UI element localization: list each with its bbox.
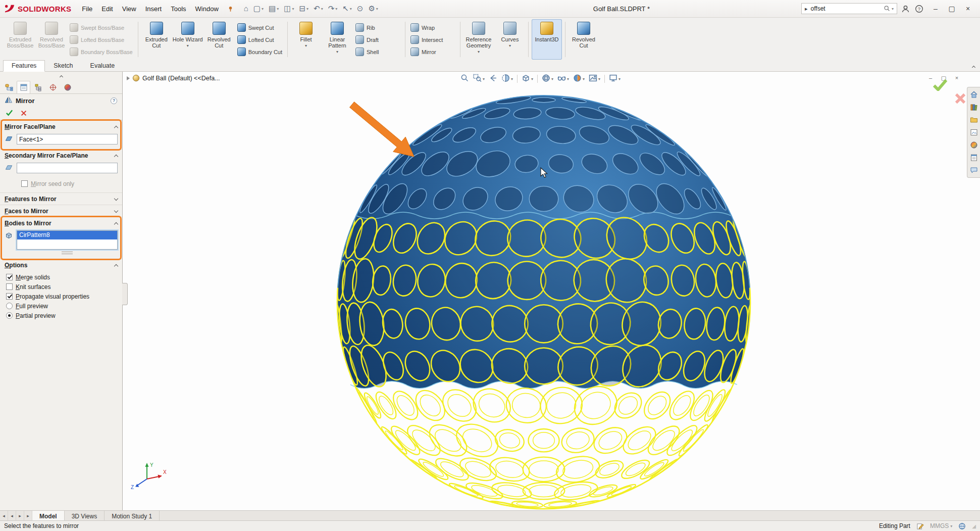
radio-partial-preview[interactable]: Partial preview [0,311,122,320]
ribbon-button-wrap[interactable]: Wrap [408,22,457,33]
dropdown-arrow-icon[interactable]: ▾ [376,7,378,11]
dropdown-arrow-icon[interactable]: ▾ [583,77,585,81]
ribbon-button-revolved-cut[interactable]: Revolved Cut [569,19,599,60]
hide-show-items-button[interactable]: ▾ [556,73,571,85]
menu-window[interactable]: Window [191,3,223,15]
radio-button-icon[interactable] [6,312,13,319]
tab-features[interactable]: Features [3,60,45,72]
select-button[interactable]: ↖▾ [340,4,354,14]
checkbox-icon[interactable] [6,283,13,290]
edit-sheet-button[interactable] [916,522,924,530]
print-button[interactable]: ⊟▾ [297,4,311,14]
list-item-cirpattern8[interactable]: CirPattern8 [17,231,117,239]
custom-properties-button[interactable] [969,153,979,163]
view-orientation-button[interactable]: ▾ [520,73,535,85]
tab-evaluate[interactable]: Evaluate [82,60,124,72]
ribbon-button-shell[interactable]: Shell [353,46,402,58]
help-button[interactable]: ? [914,4,924,14]
apply-scene-button[interactable]: ▾ [587,73,602,85]
dropdown-arrow-icon[interactable]: ▾ [321,7,323,11]
search-box[interactable]: ▸ offset ▾ [801,3,897,14]
section-header-bodies-to-mirror[interactable]: Bodies to Mirror [0,217,122,229]
dropdown-arrow-icon[interactable]: ▾ [483,77,485,81]
ribbon-button-rib[interactable]: Rib [353,22,402,33]
search-icon[interactable]: ▾ [884,5,894,12]
status-globe-button[interactable] [958,522,966,530]
pin-menu-button[interactable] [227,6,234,12]
tab-scroll-first-button[interactable]: ◂ [0,511,8,520]
menu-insert[interactable]: Insert [141,3,167,15]
display-style-button[interactable]: ▾ [540,73,555,85]
dropdown-arrow-icon[interactable]: ▾ [551,77,553,81]
design-library-button[interactable] [969,102,979,112]
checkbox-knit-surfaces[interactable]: Knit surfaces [0,282,122,292]
search-dropdown-icon[interactable]: ▾ [892,7,894,11]
dropdown-arrow-icon[interactable]: ▾ [336,50,338,54]
dropdown-arrow-icon[interactable]: ▾ [531,77,533,81]
edit-appearance-button[interactable]: ▾ [572,73,586,85]
mirror-face-input[interactable] [17,134,118,144]
ribbon-button-mirror[interactable]: Mirror [408,46,457,58]
ok-button[interactable] [6,109,13,118]
ribbon-button-intersect[interactable]: Intersect [408,34,457,45]
menu-file[interactable]: File [77,3,97,15]
section-header-secondary-mirror-face-plane[interactable]: Secondary Mirror Face/Plane [0,150,122,161]
appearances-scenes-button[interactable] [969,140,979,150]
redo-button[interactable]: ↷▾ [326,4,340,14]
dropdown-arrow-icon[interactable]: ▾ [335,7,337,11]
dropdown-arrow-icon[interactable]: ▾ [292,7,294,11]
menu-view[interactable]: View [118,3,141,15]
radio-button-icon[interactable] [6,303,13,309]
panel-flyout-handle[interactable] [122,283,128,305]
search-scope-icon[interactable]: ▸ [805,6,808,12]
ribbon-button-draft[interactable]: Draft [353,34,402,45]
dropdown-arrow-icon[interactable]: ▾ [509,44,511,48]
ribbon-button-hole-wizard[interactable]: Hole Wizard▾ [173,19,203,60]
checkbox-icon[interactable] [6,293,13,300]
home-button[interactable]: ⌂ [242,4,250,14]
ribbon-button-curves[interactable]: Curves▾ [495,19,525,60]
close-button[interactable]: × [960,3,976,15]
listbox-resize-handle[interactable] [62,252,73,254]
checkbox-icon[interactable] [6,274,13,280]
dropdown-arrow-icon[interactable]: ▾ [187,44,189,48]
menu-tools[interactable]: Tools [166,3,190,15]
graphics-area[interactable]: Golf Ball (Default) <<Defa... ▾▾▾▾▾▾▾▾ –… [123,72,980,510]
property-manager-tab[interactable] [17,81,30,93]
section-header-options[interactable]: Options [0,259,122,271]
search-input[interactable]: offset [811,5,881,12]
dropdown-arrow-icon[interactable]: ▾ [305,44,307,48]
ribbon-button-reference-geometry[interactable]: Reference Geometry▾ [463,19,494,60]
dropdown-arrow-icon[interactable]: ▾ [950,524,952,528]
open-file-button[interactable]: ▤▾ [267,4,281,14]
view-settings-button[interactable]: ▾ [607,73,622,85]
dropdown-arrow-icon[interactable]: ▾ [306,7,308,11]
ribbon-button-boundary-cut[interactable]: Boundary Cut [235,46,284,58]
panel-scroll-up[interactable] [0,72,122,80]
zoom-to-area-button[interactable]: ▾ [472,73,486,85]
secondary-mirror-face-input[interactable] [17,163,118,173]
solidworks-resources-button[interactable] [969,89,979,100]
view-palette-button[interactable] [969,127,979,137]
tab-scroll-right-button[interactable]: ▸ [16,511,24,520]
zoom-to-fit-button[interactable] [459,73,471,85]
dropdown-arrow-icon[interactable]: ▾ [567,77,569,81]
display-manager-tab[interactable] [61,81,74,93]
configuration-manager-tab[interactable] [31,81,45,93]
new-file-button[interactable]: ▢▾ [251,4,266,14]
checkbox-merge-solids[interactable]: Merge solids [0,272,122,282]
confirm-ok-button[interactable] [933,79,948,92]
dropdown-arrow-icon[interactable]: ▾ [511,77,513,81]
ribbon-collapse-icon[interactable] [972,63,975,70]
section-header-features-to-mirror[interactable]: Features to Mirror [0,193,122,205]
account-button[interactable] [900,4,911,14]
radio-full-preview[interactable]: Full preview [0,301,122,311]
section-header-faces-to-mirror[interactable]: Faces to Mirror [0,205,122,217]
dropdown-arrow-icon[interactable]: ▾ [478,50,480,54]
options-gear-button[interactable]: ⚙▾ [366,4,380,14]
ribbon-button-lofted-cut[interactable]: Lofted Cut [235,34,284,45]
menu-edit[interactable]: Edit [97,3,117,15]
tab-scroll-last-button[interactable]: ▸ [24,511,32,520]
dropdown-arrow-icon[interactable]: ▾ [350,7,352,11]
dropdown-arrow-icon[interactable]: ▾ [598,77,600,81]
